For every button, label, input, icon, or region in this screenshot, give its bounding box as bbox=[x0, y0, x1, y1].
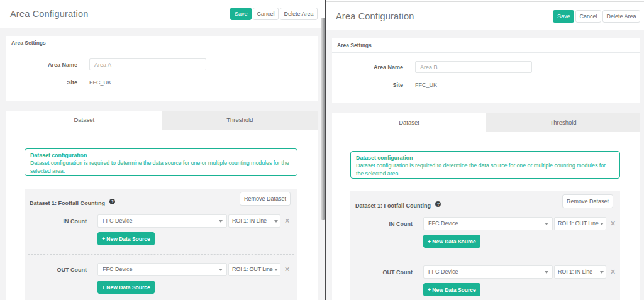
area-settings-form: Area Name Site FFC_UK bbox=[6, 50, 318, 86]
in-roi-select[interactable]: ROI 1: OUT Line bbox=[554, 217, 606, 230]
dataset-card-header: Dataset 1: Footfall Counting ? Remove Da… bbox=[25, 189, 297, 209]
out-count-label: OUT Count bbox=[350, 269, 413, 275]
page-title: Area Configuration bbox=[336, 11, 553, 21]
row-separator bbox=[28, 254, 294, 255]
save-button[interactable]: Save bbox=[553, 10, 574, 23]
dataset-card: Dataset 1: Footfall Counting ? Remove Da… bbox=[25, 189, 297, 300]
out-roi-select[interactable]: ROI 1: OUT Line bbox=[228, 263, 280, 276]
tab-threshold[interactable]: Threshold bbox=[486, 113, 640, 132]
area-config-panel-right: Area Configuration Save Cancel Delete Ar… bbox=[326, 0, 644, 300]
page-header: Area Configuration Save Cancel Delete Ar… bbox=[0, 0, 325, 28]
dataset-tab-content: Dataset configuration Dataset configurat… bbox=[6, 130, 318, 300]
caret-down-icon bbox=[219, 269, 223, 271]
in-device-select[interactable]: FFC Device bbox=[97, 214, 227, 228]
in-count-label: IN Count bbox=[350, 221, 413, 227]
out-device-select-value: FFC Device bbox=[424, 266, 552, 278]
tab-threshold[interactable]: Threshold bbox=[162, 111, 318, 130]
caret-down-icon bbox=[274, 269, 278, 271]
remove-dataset-button[interactable]: Remove Dataset bbox=[240, 192, 291, 206]
out-device-select[interactable]: FFC Device bbox=[423, 265, 553, 279]
alert-title: Dataset configuration bbox=[30, 152, 292, 159]
out-roi-select-value: ROI 1: OUT Line bbox=[229, 264, 280, 275]
in-device-select-value: FFC Device bbox=[424, 218, 552, 230]
in-roi-select-value: ROI 1: IN Line bbox=[229, 215, 280, 227]
panel-body-left: Area Configuration Save Cancel Delete Ar… bbox=[0, 0, 325, 300]
dataset-title: Dataset 1: Footfall Counting bbox=[355, 203, 431, 209]
in-roi-select-value: ROI 1: OUT Line bbox=[555, 218, 606, 230]
help-icon[interactable]: ? bbox=[435, 201, 441, 207]
dataset-title: Dataset 1: Footfall Counting bbox=[30, 200, 105, 206]
area-settings-form: Area Name Site FFC_UK bbox=[332, 53, 640, 88]
site-row: Site FFC_UK bbox=[6, 79, 318, 86]
out-count-row-left: OUT Count FFC Device ROI 1: OUT Line ✕ +… bbox=[25, 263, 297, 294]
tab-bar: Dataset Threshold bbox=[6, 111, 318, 130]
page-header: Area Configuration Save Cancel Delete Ar… bbox=[326, 3, 644, 30]
site-value: FFC_UK bbox=[415, 82, 437, 88]
tab-dataset[interactable]: Dataset bbox=[332, 113, 486, 132]
remove-source-icon[interactable]: ✕ bbox=[284, 263, 290, 276]
area-name-input[interactable] bbox=[415, 61, 532, 73]
area-name-label: Area Name bbox=[6, 62, 77, 68]
page-title: Area Configuration bbox=[10, 9, 230, 19]
in-roi-select[interactable]: ROI 1: IN Line bbox=[228, 214, 280, 228]
cancel-button[interactable]: Cancel bbox=[575, 10, 601, 23]
out-device-select[interactable]: FFC Device bbox=[97, 263, 227, 276]
save-button[interactable]: Save bbox=[230, 8, 252, 20]
area-name-input[interactable] bbox=[89, 58, 206, 70]
area-config-panel-left: Area Configuration Save Cancel Delete Ar… bbox=[0, 0, 325, 300]
in-device-select-value: FFC Device bbox=[98, 215, 226, 227]
area-settings-card: Area Settings Area Name Site FFC_UK bbox=[6, 36, 318, 101]
new-data-source-button[interactable]: + New Data Source bbox=[97, 281, 155, 294]
in-device-select[interactable]: FFC Device bbox=[423, 217, 553, 230]
area-name-row: Area Name bbox=[6, 58, 318, 70]
out-device-select-value: FFC Device bbox=[98, 264, 226, 275]
dataset-title-wrap: Dataset 1: Footfall Counting ? bbox=[30, 192, 240, 208]
site-label: Site bbox=[332, 82, 403, 88]
caret-down-icon bbox=[545, 271, 548, 274]
out-count-fields: FFC Device ROI 1: OUT Line ✕ bbox=[97, 263, 297, 276]
alert-title: Dataset configuration bbox=[356, 154, 614, 162]
dataset-configuration-alert: Dataset configuration Dataset configurat… bbox=[25, 148, 297, 176]
site-label: Site bbox=[6, 79, 77, 86]
dataset-card: Dataset 1: Footfall Counting ? Remove Da… bbox=[350, 191, 620, 300]
caret-down-icon bbox=[219, 220, 223, 223]
remove-dataset-button[interactable]: Remove Dataset bbox=[562, 194, 613, 208]
cancel-button[interactable]: Cancel bbox=[253, 8, 279, 20]
dataset-title-wrap: Dataset 1: Footfall Counting ? bbox=[355, 194, 562, 210]
new-data-source-button[interactable]: + New Data Source bbox=[423, 283, 480, 296]
header-actions: Save Cancel Delete Area bbox=[553, 10, 640, 23]
tab-dataset[interactable]: Dataset bbox=[6, 111, 162, 130]
tab-bar: Dataset Threshold bbox=[332, 113, 640, 132]
dataset-card-header: Dataset 1: Footfall Counting ? Remove Da… bbox=[350, 191, 620, 212]
alert-body: Dataset configuration is required to det… bbox=[30, 159, 292, 175]
panels-divider bbox=[325, 0, 326, 300]
delete-area-button[interactable]: Delete Area bbox=[280, 8, 318, 20]
row-separator bbox=[353, 257, 617, 257]
remove-source-icon[interactable]: ✕ bbox=[610, 217, 616, 230]
site-value: FFC_UK bbox=[89, 79, 111, 86]
in-count-row-left: IN Count FFC Device ROI 1: IN Line ✕ + N… bbox=[25, 214, 297, 245]
caret-down-icon bbox=[274, 220, 278, 223]
out-roi-select-value: ROI 1: IN Line bbox=[555, 266, 606, 278]
in-count-label: IN Count bbox=[25, 218, 87, 225]
new-data-source-button[interactable]: + New Data Source bbox=[423, 235, 480, 248]
help-icon[interactable]: ? bbox=[109, 199, 115, 204]
dataset-configuration-alert: Dataset configuration Dataset configurat… bbox=[350, 151, 620, 179]
remove-source-icon[interactable]: ✕ bbox=[610, 265, 616, 279]
out-count-fields: FFC Device ROI 1: IN Line ✕ bbox=[423, 265, 620, 279]
area-name-row: Area Name bbox=[332, 61, 640, 73]
remove-source-icon[interactable]: ✕ bbox=[284, 214, 290, 228]
dataset-tab-content: Dataset configuration Dataset configurat… bbox=[332, 132, 640, 300]
out-count-row-right: OUT Count FFC Device ROI 1: IN Line ✕ + … bbox=[350, 265, 620, 296]
out-count-label: OUT Count bbox=[25, 267, 87, 273]
caret-down-icon bbox=[600, 271, 604, 274]
area-settings-section-title: Area Settings bbox=[332, 38, 640, 53]
site-row: Site FFC_UK bbox=[332, 82, 640, 88]
caret-down-icon bbox=[600, 223, 604, 225]
in-count-fields: FFC Device ROI 1: IN Line ✕ bbox=[97, 214, 297, 228]
in-count-fields: FFC Device ROI 1: OUT Line ✕ bbox=[423, 217, 620, 230]
out-roi-select[interactable]: ROI 1: IN Line bbox=[554, 265, 606, 279]
new-data-source-button[interactable]: + New Data Source bbox=[97, 232, 155, 245]
area-name-label: Area Name bbox=[332, 64, 403, 70]
delete-area-button[interactable]: Delete Area bbox=[602, 10, 640, 23]
